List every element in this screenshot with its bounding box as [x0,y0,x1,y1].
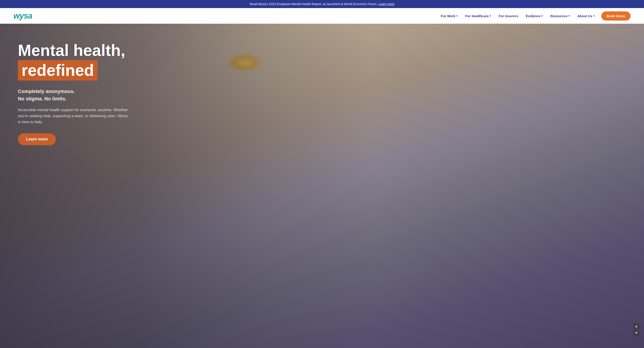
nav-label-evidence: Evidence [526,14,540,18]
scroll-up-button[interactable]: ▲ [633,323,640,329]
hero-subtitle: Completely anonymous. No stigma. No limi… [18,88,139,102]
nav-item-for-insurers[interactable]: For Insurers [496,12,522,20]
nav-item-for-work[interactable]: For Work ▾ [438,12,461,20]
logo[interactable]: wysa [14,11,32,20]
header: wysa For Work ▾ For Healthcare ▾ For Ins… [0,8,644,24]
hero-title: Mental health, redefined [18,42,139,80]
hero-subtitle-line1: Completely anonymous. [18,88,75,94]
hero-title-highlight: redefined [18,60,98,80]
announcement-bar: Read Wysa's 2023 Employee Mental Health … [0,0,644,8]
announcement-link[interactable]: Learn more [378,2,394,6]
learn-more-button[interactable]: Learn more [18,133,56,145]
nav-label-resources: Resources [550,14,568,18]
nav-item-for-healthcare[interactable]: For Healthcare ▾ [462,12,494,20]
nav-item-resources[interactable]: Resources ▾ [547,12,573,20]
hero-title-line1: Mental health, [18,42,125,59]
nav-label-for-healthcare: For Healthcare [465,14,489,18]
book-demo-button[interactable]: Book Demo [601,12,630,20]
chevron-down-icon: ▾ [593,14,594,18]
hero-content: Mental health, redefined Completely anon… [0,24,156,158]
announcement-text: Read Wysa's 2023 Employee Mental Health … [250,2,378,6]
chevron-down-icon: ▾ [541,14,543,18]
hero-section: Mental health, redefined Completely anon… [0,24,644,348]
nav-item-evidence[interactable]: Evidence ▾ [522,12,546,20]
scroll-down-button[interactable]: ▼ [633,330,640,336]
hero-subtitle-line2: No stigma. No limits. [18,96,67,102]
chevron-down-icon: ▾ [490,14,491,18]
hero-description: Accessible mental health support for eve… [18,107,130,125]
scroll-arrows: ▲ ▼ [633,323,640,336]
nav: For Work ▾ For Healthcare ▾ For Insurers… [438,12,630,20]
chevron-down-icon: ▾ [456,14,458,18]
nav-label-for-work: For Work [441,14,456,18]
chevron-down-icon: ▾ [568,14,570,18]
nav-label-for-insurers: For Insurers [499,14,518,18]
nav-label-about-us: About Us [577,14,592,18]
nav-item-about-us[interactable]: About Us ▾ [574,12,598,20]
